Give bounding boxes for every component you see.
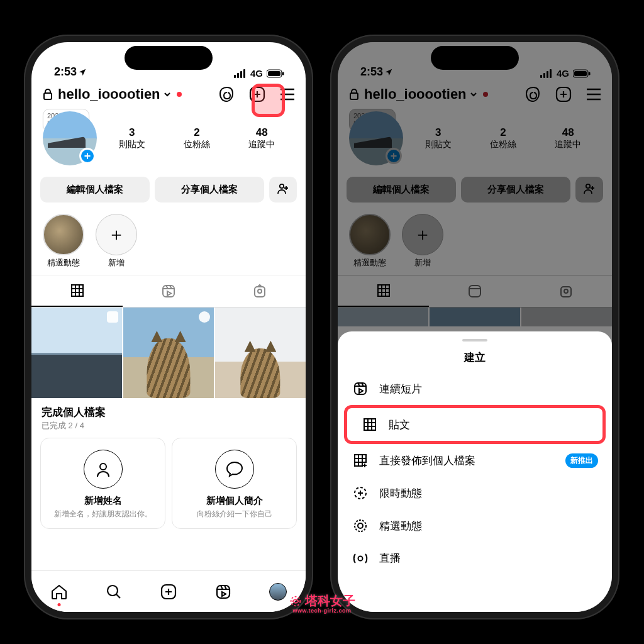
lock-icon bbox=[43, 88, 53, 101]
sheet-item-live[interactable]: 直播 bbox=[338, 542, 612, 574]
grid-plus-icon bbox=[352, 453, 369, 468]
card-add-bio[interactable]: 新增個人簡介 向粉絲介紹一下你自己 bbox=[172, 438, 297, 529]
watermark-url: www.tech-girlz.com bbox=[292, 608, 351, 614]
sheet-item-post[interactable]: 貼文 bbox=[344, 405, 606, 444]
svg-point-32 bbox=[355, 520, 366, 531]
chevron-down-icon bbox=[163, 90, 172, 99]
dynamic-island bbox=[431, 46, 519, 70]
ig-header: hello_iooootien bbox=[31, 80, 306, 108]
nav-search[interactable] bbox=[104, 582, 123, 601]
reels-icon bbox=[161, 284, 176, 299]
card-desc: 新增全名，好讓朋友認出你。 bbox=[46, 509, 160, 519]
discover-people-button[interactable] bbox=[269, 177, 297, 203]
svg-rect-0 bbox=[234, 75, 236, 78]
svg-point-12 bbox=[258, 289, 262, 293]
status-time: 2:53 bbox=[54, 65, 77, 79]
nav-create[interactable] bbox=[159, 582, 178, 601]
svg-rect-6 bbox=[282, 72, 284, 75]
tab-grid[interactable] bbox=[31, 275, 123, 307]
sheet-item-story[interactable]: 限時動態 bbox=[338, 477, 612, 509]
live-icon bbox=[352, 552, 369, 565]
story-icon bbox=[352, 486, 369, 501]
complete-profile-cards[interactable]: 新增姓名 新增全名，好讓朋友認出你。 新增個人簡介 向粉絲介紹一下你自己 bbox=[31, 434, 306, 529]
sheet-item-label: 限時動態 bbox=[379, 486, 422, 501]
tab-reels[interactable] bbox=[123, 275, 214, 307]
nav-profile[interactable] bbox=[269, 582, 287, 601]
hamburger-menu-icon[interactable] bbox=[278, 85, 297, 104]
avatar-icon bbox=[269, 583, 287, 601]
person-icon bbox=[84, 450, 123, 489]
svg-rect-5 bbox=[268, 71, 280, 76]
reels-icon bbox=[215, 584, 231, 600]
sheet-item-label: 貼文 bbox=[389, 418, 410, 432]
tab-tagged[interactable] bbox=[214, 275, 306, 307]
highlight-icon bbox=[352, 518, 369, 533]
svg-rect-16 bbox=[217, 586, 230, 598]
posts-grid bbox=[31, 308, 306, 398]
sheet-item-reels[interactable]: 連續短片 bbox=[338, 372, 612, 405]
new-badge: 新推出 bbox=[565, 453, 598, 468]
stat-posts[interactable]: 3則貼文 bbox=[119, 126, 145, 150]
notification-dot bbox=[177, 92, 182, 97]
nav-home[interactable] bbox=[50, 582, 69, 601]
highlight-add[interactable]: ＋ 新增 bbox=[96, 214, 137, 269]
sheet-item-highlight[interactable]: 精選動態 bbox=[338, 509, 612, 542]
reels-icon bbox=[352, 381, 369, 396]
post-thumb[interactable] bbox=[215, 308, 306, 398]
sheet-item-label: 連續短片 bbox=[379, 382, 422, 396]
sheet-grabber[interactable] bbox=[462, 339, 487, 341]
svg-point-14 bbox=[108, 586, 118, 596]
post-thumb[interactable] bbox=[31, 308, 122, 398]
tagged-icon bbox=[252, 284, 267, 299]
stat-followers[interactable]: 2位粉絲 bbox=[184, 126, 210, 150]
chat-icon bbox=[215, 450, 254, 489]
complete-profile-section: 完成個人檔案 已完成 2 / 4 bbox=[31, 398, 306, 434]
profile-tabs bbox=[31, 275, 306, 308]
svg-rect-3 bbox=[243, 69, 245, 78]
edit-profile-button[interactable]: 編輯個人檔案 bbox=[40, 177, 150, 203]
grid-icon bbox=[361, 417, 379, 432]
post-thumb[interactable] bbox=[123, 308, 214, 398]
search-icon bbox=[106, 584, 122, 600]
sheet-item-label: 直播 bbox=[379, 551, 401, 565]
create-button[interactable] bbox=[248, 85, 267, 104]
sheet-item-label: 精選動態 bbox=[379, 519, 422, 533]
nav-reels[interactable] bbox=[214, 582, 233, 601]
username-switcher[interactable]: hello_iooootien bbox=[58, 86, 182, 103]
share-profile-button[interactable]: 分享個人檔案 bbox=[155, 177, 264, 203]
svg-point-13 bbox=[100, 464, 106, 470]
sheet-item-direct-publish[interactable]: 直接發佈到個人檔案 新推出 bbox=[338, 444, 612, 477]
highlight-label: 新增 bbox=[108, 258, 125, 267]
card-title: 新增姓名 bbox=[46, 495, 160, 507]
bottom-tabbar bbox=[31, 570, 306, 612]
card-title: 新增個人簡介 bbox=[177, 495, 291, 507]
svg-rect-7 bbox=[44, 93, 52, 99]
svg-rect-2 bbox=[240, 71, 242, 78]
plus-square-icon bbox=[160, 583, 177, 601]
stat-following[interactable]: 48追蹤中 bbox=[248, 126, 275, 150]
svg-rect-1 bbox=[237, 73, 239, 78]
card-add-name[interactable]: 新增姓名 新增全名，好讓朋友認出你。 bbox=[40, 438, 165, 529]
location-icon bbox=[78, 68, 87, 77]
watermark-text: 塔科女子 bbox=[305, 594, 355, 608]
add-story-badge[interactable]: + bbox=[79, 148, 96, 164]
story-highlights: 精選動態 ＋ 新增 bbox=[31, 208, 306, 275]
highlight-item[interactable]: 精選動態 bbox=[43, 214, 84, 269]
svg-point-34 bbox=[358, 556, 363, 560]
nav-dot bbox=[57, 603, 60, 606]
cellular-icon bbox=[234, 69, 247, 78]
svg-point-33 bbox=[358, 523, 363, 528]
status-network: 4G bbox=[250, 68, 263, 79]
complete-profile-title: 完成個人檔案 bbox=[42, 406, 296, 419]
complete-profile-progress: 已完成 2 / 4 bbox=[42, 421, 84, 430]
profile-avatar[interactable]: 2024 年熱門金曲？ + bbox=[43, 111, 99, 165]
watermark-icon bbox=[289, 594, 303, 608]
carousel-icon bbox=[107, 311, 118, 323]
card-desc: 向粉絲介紹一下你自己 bbox=[177, 509, 291, 519]
threads-icon[interactable] bbox=[218, 85, 236, 104]
username-text: hello_iooootien bbox=[58, 86, 160, 103]
grid-icon bbox=[70, 283, 85, 298]
watermark: 塔科女子 www.tech-girlz.com bbox=[289, 594, 355, 614]
sheet-title: 建立 bbox=[338, 347, 612, 372]
profile-action-buttons: 編輯個人檔案 分享個人檔案 bbox=[31, 172, 306, 208]
